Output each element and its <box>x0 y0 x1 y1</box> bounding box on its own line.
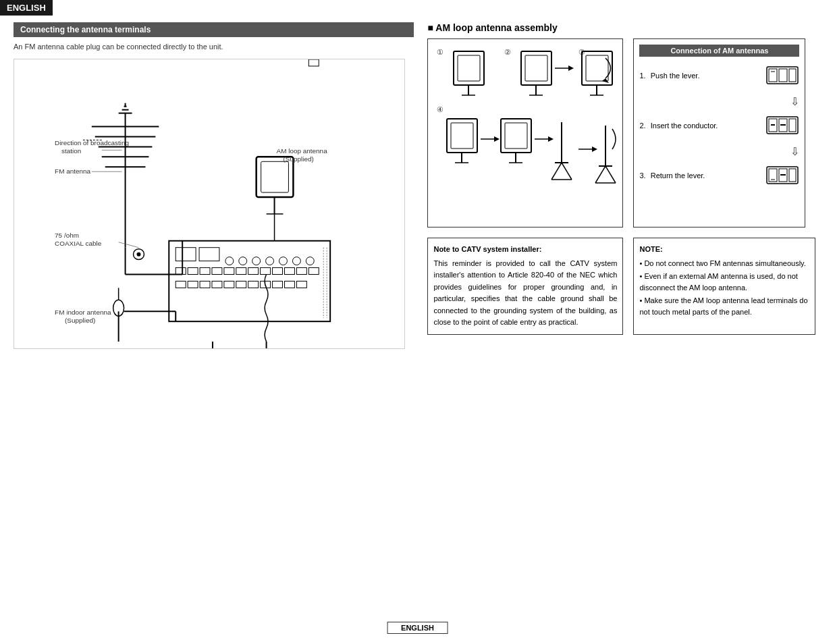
svg-text:(Supplied): (Supplied) <box>65 317 95 324</box>
note-item-3: Make sure the AM loop antenna lead termi… <box>639 295 809 317</box>
svg-text:Direction of broadcasting: Direction of broadcasting <box>55 139 129 146</box>
svg-rect-28 <box>212 268 222 275</box>
svg-rect-130 <box>789 69 796 82</box>
arrow-down-1: ⇩ <box>639 95 799 108</box>
footer-label: ENGLISH <box>401 624 434 632</box>
svg-rect-104 <box>451 123 473 149</box>
svg-point-23 <box>292 257 300 265</box>
svg-rect-40 <box>212 281 222 288</box>
svg-rect-127 <box>767 67 798 84</box>
am-assembly-title: ■ AM loop antenna assembly <box>427 22 821 33</box>
svg-rect-45 <box>273 281 283 288</box>
footer: ENGLISH <box>387 622 448 634</box>
svg-rect-43 <box>248 281 259 288</box>
svg-rect-141 <box>789 169 796 182</box>
svg-rect-35 <box>296 268 306 275</box>
svg-marker-95 <box>568 65 574 71</box>
svg-rect-26 <box>188 268 198 275</box>
svg-text:FM antenna: FM antenna <box>55 167 91 175</box>
svg-rect-109 <box>501 119 531 153</box>
header-title: ENGLISH <box>7 3 46 13</box>
svg-line-117 <box>551 163 562 180</box>
svg-rect-97 <box>582 51 612 85</box>
svg-rect-33 <box>273 268 283 275</box>
svg-text:②: ② <box>504 48 511 56</box>
svg-text:station: station <box>61 147 81 155</box>
svg-rect-17 <box>199 248 219 261</box>
svg-rect-16 <box>176 248 196 261</box>
svg-point-22 <box>279 257 288 265</box>
svg-rect-38 <box>188 281 198 288</box>
am-assembly-box: ① ② ③ <box>427 38 623 227</box>
svg-line-125 <box>605 166 616 183</box>
svg-rect-36 <box>308 268 319 275</box>
svg-rect-29 <box>224 268 234 275</box>
svg-rect-128 <box>769 69 777 82</box>
svg-rect-32 <box>261 268 271 275</box>
svg-rect-41 <box>224 281 234 288</box>
svg-point-21 <box>266 257 274 265</box>
svg-rect-47 <box>296 281 306 288</box>
svg-text:FM indoor antenna: FM indoor antenna <box>55 308 111 316</box>
svg-rect-86 <box>458 55 480 81</box>
connection-box: Connection of AM antennas 1. Push the le… <box>633 38 805 227</box>
svg-text:COAXIAL cable: COAXIAL cable <box>55 240 102 247</box>
svg-rect-129 <box>779 69 787 82</box>
svg-rect-34 <box>284 268 294 275</box>
note-catv-body: This reminder is provided to call the CA… <box>433 258 617 329</box>
svg-text:75    /ohm: 75 /ohm <box>55 232 79 239</box>
svg-rect-110 <box>505 123 527 149</box>
svg-rect-135 <box>789 119 796 132</box>
svg-rect-27 <box>200 268 210 275</box>
arrow-down-2: ⇩ <box>639 145 799 158</box>
svg-point-19 <box>239 257 247 265</box>
svg-marker-121 <box>592 146 597 152</box>
left-column: Connecting the antenna terminals An FM a… <box>14 22 414 349</box>
note-catv-title: Note to CATV system installer: <box>433 244 617 255</box>
step2-text: 2. Insert the conductor. <box>639 122 718 130</box>
svg-point-18 <box>225 257 234 265</box>
svg-text:④: ④ <box>437 105 443 113</box>
svg-rect-98 <box>586 55 608 81</box>
section-subtitle: An FM antenna cable plug can be connecte… <box>14 43 414 51</box>
step3-text: 3. Return the lever. <box>639 171 705 180</box>
svg-rect-25 <box>176 268 186 275</box>
svg-rect-39 <box>200 281 210 288</box>
svg-line-124 <box>595 166 605 183</box>
svg-marker-108 <box>494 136 500 142</box>
svg-rect-42 <box>236 281 246 288</box>
svg-rect-46 <box>284 281 294 288</box>
note-catv-box: Note to CATV system installer: This remi… <box>427 238 623 335</box>
header-bar: ENGLISH <box>0 0 53 16</box>
svg-point-24 <box>306 257 314 265</box>
svg-point-14 <box>137 252 141 257</box>
svg-rect-30 <box>236 268 246 275</box>
note-item-1: Do not connect two FM antennas simultane… <box>639 258 809 269</box>
svg-line-79 <box>119 242 139 248</box>
svg-rect-37 <box>176 281 186 288</box>
note-general-title: NOTE: <box>639 244 809 255</box>
connection-step-1: 1. Push the lever. <box>639 63 799 87</box>
antenna-diagram: Direction of broadcasting station FM ant… <box>14 59 405 349</box>
svg-rect-85 <box>454 51 484 85</box>
svg-rect-91 <box>525 55 547 81</box>
svg-line-118 <box>562 163 572 180</box>
svg-rect-48 <box>308 59 319 66</box>
note-boxes: Note to CATV system installer: This remi… <box>427 238 821 335</box>
connection-step-3: 3. Return the lever. <box>639 163 799 187</box>
svg-rect-90 <box>521 51 551 85</box>
section-title: Connecting the antenna terminals <box>14 22 414 37</box>
connection-title: Connection of AM antennas <box>639 45 799 57</box>
svg-point-20 <box>252 257 261 265</box>
svg-rect-58 <box>261 161 289 192</box>
svg-rect-31 <box>248 268 259 275</box>
right-column: ■ AM loop antenna assembly ① ② <box>427 22 821 349</box>
svg-text:(Supplied): (Supplied) <box>283 155 313 163</box>
svg-text:AM loop antenna: AM loop antenna <box>277 147 328 155</box>
step1-text: 1. Push the lever. <box>639 72 699 80</box>
svg-rect-103 <box>447 119 477 153</box>
svg-marker-114 <box>548 136 554 142</box>
connection-step-2: 2. Insert the conductor. <box>639 113 799 137</box>
svg-text:①: ① <box>437 48 443 56</box>
note-general-box: NOTE: Do not connect two FM antennas sim… <box>633 238 815 335</box>
